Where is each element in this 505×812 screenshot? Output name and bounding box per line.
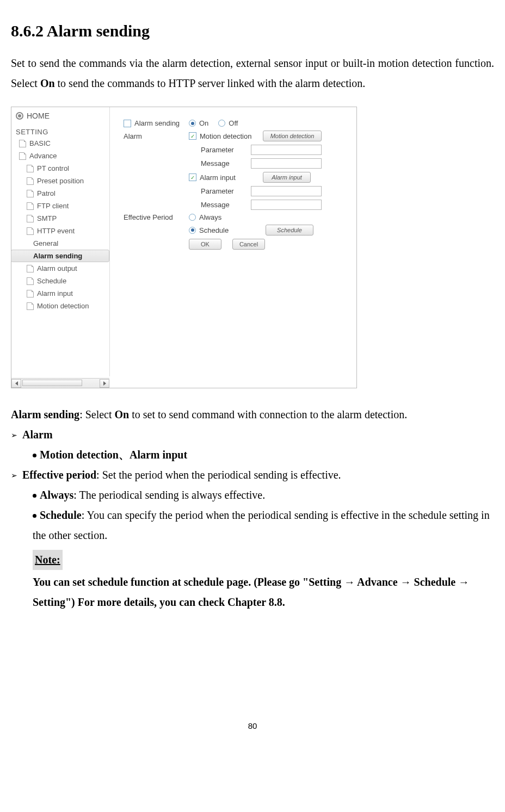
description-block: Alarm sending: Select On to set to send … xyxy=(11,405,494,612)
home-label: HOME xyxy=(27,111,50,120)
desc-always: Always: The periodical sending is always… xyxy=(11,485,494,505)
scroll-thumb[interactable] xyxy=(22,380,82,386)
item-label: FTP client xyxy=(37,202,69,210)
motion-message-input[interactable] xyxy=(251,158,322,169)
intro-text-after: to send the commands to HTTP server link… xyxy=(55,77,366,89)
chevron-right-icon xyxy=(103,381,106,386)
scroll-track[interactable] xyxy=(21,379,100,388)
page-icon xyxy=(27,190,34,197)
desc-schedule: Schedule: You can specify the period whe… xyxy=(11,505,494,546)
sidebar-home[interactable]: HOME xyxy=(11,107,109,123)
alarm-sending-checkbox[interactable] xyxy=(124,120,131,127)
item-label: Alarm input xyxy=(37,289,73,297)
sidebar-item-preset[interactable]: Preset position xyxy=(11,175,109,187)
scroll-left-button[interactable] xyxy=(11,379,21,388)
basic-label: BASIC xyxy=(29,139,51,147)
schedule-label: Schedule xyxy=(199,226,262,234)
motion-parameter-input[interactable] xyxy=(251,145,322,155)
sidebar-item-patrol[interactable]: Patrol xyxy=(11,187,109,200)
alarm-input-button[interactable]: Alarm input xyxy=(263,172,311,183)
chevron-left-icon xyxy=(15,381,18,386)
alarm-sending-on-radio[interactable] xyxy=(189,120,196,127)
always-text: : The periodical sending is always effec… xyxy=(73,489,265,501)
desc-on-bold: On xyxy=(115,408,130,420)
cancel-button[interactable]: Cancel xyxy=(232,239,265,250)
page-icon xyxy=(27,215,34,222)
off-label: Off xyxy=(229,119,238,127)
page-icon xyxy=(27,227,34,235)
sidebar-item-smtp[interactable]: SMTP xyxy=(11,212,109,225)
sidebar-item-ftp[interactable]: FTP client xyxy=(11,200,109,212)
desc-motion-alarm: Motion detection、Alarm input xyxy=(11,445,494,465)
sidebar-item-schedule[interactable]: Schedule xyxy=(11,275,109,287)
alarm-label: Alarm xyxy=(110,132,189,140)
sidebar-item-http[interactable]: HTTP event xyxy=(11,225,109,237)
motion-detection-button[interactable]: Motion detection xyxy=(263,131,322,141)
page-number: 80 xyxy=(11,721,494,730)
alarm-input-checkbox[interactable]: ✓ xyxy=(189,173,196,181)
sidebar-item-pt[interactable]: PT control xyxy=(11,162,109,175)
sidebar-item-motion[interactable]: Motion detection xyxy=(11,300,109,312)
alarm-sending-off-radio[interactable] xyxy=(218,120,225,127)
scroll-right-button[interactable] xyxy=(100,379,109,388)
schedule-text: : You can specify the period when the pe… xyxy=(33,509,490,541)
page-icon xyxy=(27,302,34,310)
eff-period-bold: Effective period xyxy=(22,469,96,481)
page-icon xyxy=(19,152,26,160)
settings-screenshot: HOME SETTING BASIC Advance PT control Pr… xyxy=(11,107,357,388)
page-icon xyxy=(27,177,34,185)
desc-t1: : Select xyxy=(79,408,114,420)
desc-alarm-sending-bold: Alarm sending xyxy=(11,408,79,420)
page-icon xyxy=(19,140,26,147)
alarm-input-label: Alarm input xyxy=(200,173,260,182)
triangle-bullet-icon: ➢ xyxy=(11,469,17,483)
parameter-label: Parameter xyxy=(189,187,248,195)
sidebar-basic[interactable]: BASIC xyxy=(11,137,109,150)
page-icon xyxy=(27,165,34,172)
sidebar-setting-cat: SETTING xyxy=(11,123,109,137)
always-label: Always xyxy=(199,213,221,221)
item-label: Preset position xyxy=(37,177,84,185)
ok-button[interactable]: OK xyxy=(189,239,221,250)
item-label: PT control xyxy=(37,164,69,172)
item-label: Alarm output xyxy=(37,264,77,272)
item-label: HTTP event xyxy=(37,227,75,235)
intro-paragraph: Set to send the commands via the alarm d… xyxy=(11,53,494,94)
schedule-bold: Schedule xyxy=(40,509,82,521)
desc-alarm-header: ➢ Alarm xyxy=(11,425,494,445)
sidebar: HOME SETTING BASIC Advance PT control Pr… xyxy=(11,107,110,376)
desc-alarm-sending: Alarm sending: Select On to set to send … xyxy=(11,405,494,425)
motion-alarm-bold: Motion detection、Alarm input xyxy=(40,449,187,461)
alarm-message-input[interactable] xyxy=(251,200,322,210)
alarm-header-bold: Alarm xyxy=(22,429,53,441)
message-label: Message xyxy=(189,159,248,168)
alarm-sending-label: Alarm sending xyxy=(134,119,180,127)
page-icon xyxy=(27,202,34,210)
sidebar-sub-alarm-sending[interactable]: Alarm sending xyxy=(11,250,109,262)
item-label: Schedule xyxy=(37,277,66,285)
always-radio[interactable] xyxy=(189,214,196,221)
sidebar-scrollbar[interactable] xyxy=(11,378,109,388)
page-icon xyxy=(27,265,34,272)
page-icon xyxy=(27,290,34,297)
eff-period-text: : Set the period when the periodical sen… xyxy=(96,469,341,481)
section-heading: 8.6.2 Alarm sending xyxy=(11,22,494,40)
item-label: Patrol xyxy=(37,189,56,197)
item-label: Motion detection xyxy=(37,302,89,310)
sidebar-item-alarm-output[interactable]: Alarm output xyxy=(11,262,109,275)
sidebar-sub-general[interactable]: General xyxy=(11,237,109,250)
alarm-parameter-input[interactable] xyxy=(251,186,322,196)
intro-bold-on: On xyxy=(40,77,55,89)
schedule-radio[interactable] xyxy=(189,227,196,234)
motion-detection-checkbox[interactable]: ✓ xyxy=(189,132,196,140)
desc-t2: to set to send command with connection t… xyxy=(129,408,407,420)
sidebar-item-alarm-input[interactable]: Alarm input xyxy=(11,287,109,300)
page-icon xyxy=(27,277,34,285)
schedule-button[interactable]: Schedule xyxy=(266,225,313,235)
dot-bullet-icon xyxy=(33,514,36,518)
sidebar-advance[interactable]: Advance xyxy=(11,150,109,162)
desc-effective-period: ➢ Effective period: Set the period when … xyxy=(11,465,494,485)
dot-bullet-icon xyxy=(33,494,36,498)
dot-bullet-icon xyxy=(33,454,36,457)
note-body: You can set schedule function at schedul… xyxy=(11,572,494,612)
